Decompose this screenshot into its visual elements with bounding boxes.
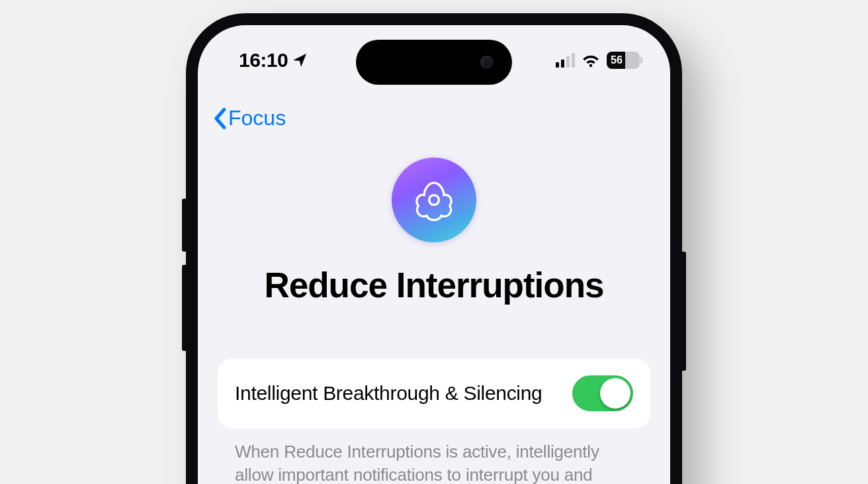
volume-down-button[interactable] <box>182 265 186 351</box>
wifi-icon <box>582 53 600 68</box>
status-right: 56 <box>556 52 640 69</box>
status-left: 16:10 <box>239 49 308 72</box>
back-button[interactable]: Focus <box>212 106 286 130</box>
phone-frame: 16:10 <box>186 13 682 484</box>
setting-toggle[interactable] <box>572 375 633 411</box>
setting-description: When Reduce Interruptions is active, int… <box>218 440 650 484</box>
svg-point-0 <box>589 64 592 67</box>
svg-point-1 <box>429 195 439 205</box>
battery-icon: 56 <box>607 52 640 69</box>
dynamic-island <box>356 40 512 85</box>
power-button[interactable] <box>682 252 686 371</box>
clock: 16:10 <box>239 49 288 72</box>
chevron-left-icon <box>212 107 227 130</box>
cellular-icon <box>556 53 575 68</box>
setting-row: Intelligent Breakthrough & Silencing <box>218 358 650 428</box>
setting-label: Intelligent Breakthrough & Silencing <box>235 382 542 405</box>
toggle-knob <box>600 378 630 409</box>
page-title: Reduce Interruptions <box>218 265 650 305</box>
intelligence-icon <box>392 158 476 242</box>
battery-percent: 56 <box>607 54 623 66</box>
screen: 16:10 <box>198 25 670 484</box>
nav-bar: Focus <box>198 98 670 138</box>
content: Reduce Interruptions Intelligent Breakth… <box>198 158 670 484</box>
volume-up-button[interactable] <box>182 199 186 252</box>
stage: 16:10 <box>0 0 868 484</box>
location-icon <box>292 52 308 68</box>
back-label: Focus <box>228 106 286 130</box>
